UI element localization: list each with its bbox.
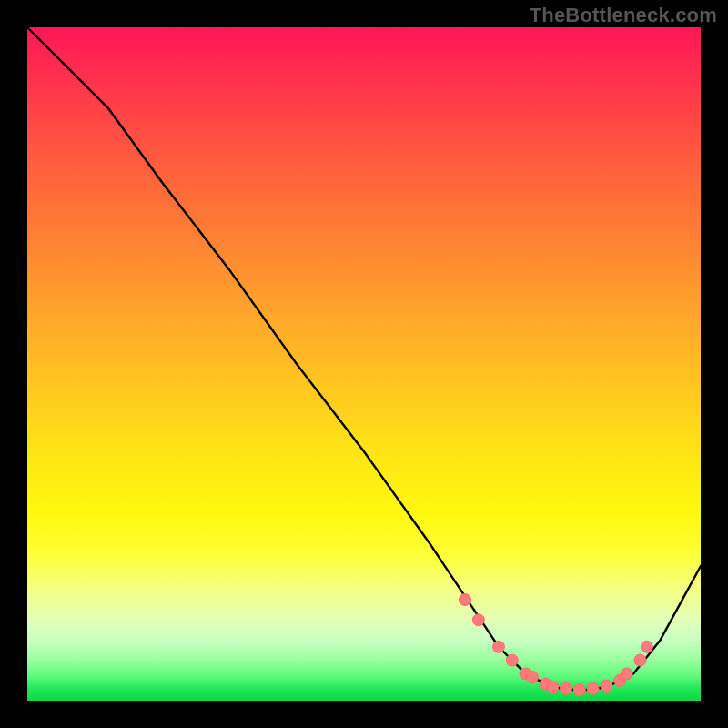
marker-dot	[587, 682, 599, 694]
marker-dot	[601, 680, 612, 692]
marker-dot	[621, 668, 632, 680]
marker-dot	[641, 641, 652, 652]
marker-dot	[573, 684, 585, 696]
marker-group	[460, 594, 653, 696]
chart-frame: TheBottleneck.com	[0, 0, 728, 728]
marker-dot	[472, 614, 484, 626]
chart-svg	[27, 27, 701, 701]
watermark-text: TheBottleneck.com	[530, 4, 717, 27]
marker-dot	[506, 654, 518, 666]
marker-dot	[547, 682, 559, 693]
marker-dot	[460, 594, 471, 606]
marker-dot	[527, 672, 539, 683]
marker-dot	[493, 641, 505, 652]
marker-dot	[634, 654, 646, 666]
marker-dot	[561, 682, 572, 694]
plot-area	[27, 27, 701, 701]
bottleneck-curve	[27, 27, 701, 691]
